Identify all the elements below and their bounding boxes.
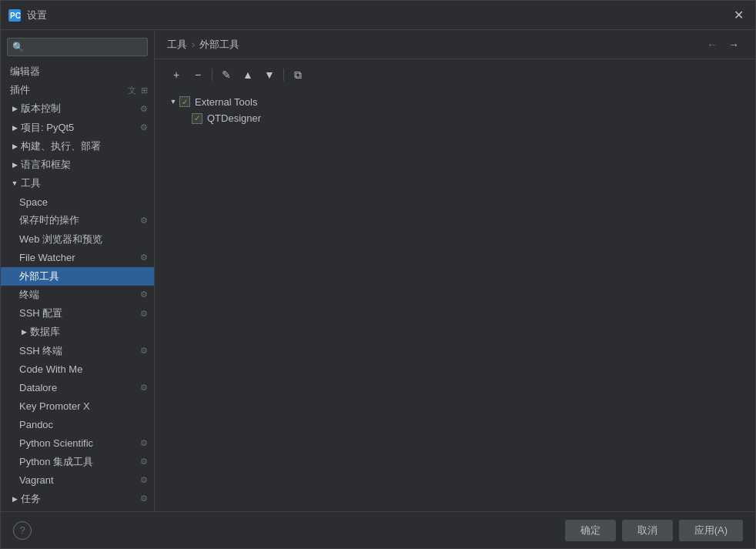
sidebar-label-terminal: 终端 xyxy=(19,288,137,302)
sidebar-item-build[interactable]: ▶ 构建、执行、部署 xyxy=(1,137,154,156)
toolbar-separator-2 xyxy=(283,69,284,81)
sidebar-item-ssh-config[interactable]: SSH 配置 ⚙ xyxy=(1,304,154,323)
sidebar-label-vagrant: Vagrant xyxy=(19,474,137,486)
tree-item-external-tools-group[interactable]: ▼ ✓ External Tools xyxy=(167,93,743,110)
search-input[interactable] xyxy=(7,38,148,56)
vagrant-gear-icon: ⚙ xyxy=(140,475,148,485)
help-button[interactable]: ? xyxy=(13,521,32,540)
sidebar-label-datalore: Datalore xyxy=(19,382,137,393)
sidebar-item-web-browser[interactable]: Web 浏览器和预览 xyxy=(1,230,154,249)
tree-chevron-expand: ▼ xyxy=(167,95,179,108)
sidebar-label-web-browser: Web 浏览器和预览 xyxy=(19,233,148,246)
sidebar-label-vcs: 版本控制 xyxy=(21,102,137,115)
main-content: 工具 › 外部工具 ← → + − ✎ ▲ ▼ ⧉ xyxy=(155,30,755,511)
terminal-gear-icon: ⚙ xyxy=(140,290,148,300)
breadcrumb-bar: 工具 › 外部工具 ← → xyxy=(155,30,755,59)
sidebar-item-vcs[interactable]: ▶ 版本控制 ⚙ xyxy=(1,99,154,118)
sidebar-label-external-tools: 外部工具 xyxy=(19,269,148,283)
toolbar-separator xyxy=(212,69,212,81)
copy-button[interactable]: ⧉ xyxy=(289,65,307,84)
sidebar-label-project: 项目: PyQt5 xyxy=(21,121,137,135)
ssh-config-gear-icon: ⚙ xyxy=(140,309,148,319)
add-button[interactable]: + xyxy=(167,65,186,84)
sidebar-item-save-actions[interactable]: 保存时的操作 ⚙ xyxy=(1,211,154,229)
sidebar-item-plugins[interactable]: 插件 文 ⊞ xyxy=(1,81,154,99)
sidebar-item-terminal[interactable]: 终端 ⚙ xyxy=(1,286,154,304)
sidebar-item-key-promoter-x[interactable]: Key Promoter X xyxy=(1,397,154,416)
sidebar-label-code-with-me: Code With Me xyxy=(19,363,148,375)
tasks-gear-icon: ⚙ xyxy=(140,494,148,504)
edit-button[interactable]: ✎ xyxy=(217,65,236,84)
dialog-title: 设置 xyxy=(27,8,729,22)
sidebar-label-key-promoter-x: Key Promoter X xyxy=(19,400,148,412)
sidebar-item-editor[interactable]: 编辑器 xyxy=(1,62,154,81)
remove-button[interactable]: − xyxy=(189,65,207,84)
sidebar-label-file-watcher: File Watcher xyxy=(19,252,137,263)
sidebar-label-python-scientific: Python Scientific xyxy=(19,437,137,449)
forward-button[interactable]: → xyxy=(724,35,743,54)
sidebar-item-project[interactable]: ▶ 项目: PyQt5 ⚙ xyxy=(1,119,154,137)
tree-checkbox-external-tools[interactable]: ✓ xyxy=(179,96,190,107)
sidebar-item-file-watcher[interactable]: File Watcher ⚙ xyxy=(1,249,154,267)
sidebar-label-build: 构建、执行、部署 xyxy=(21,139,148,153)
breadcrumb-nav: ← → xyxy=(703,35,743,54)
translate-icon: 文 xyxy=(128,85,136,96)
sidebar-item-tools[interactable]: ▼ 工具 xyxy=(1,174,154,192)
breadcrumb-current: 外部工具 xyxy=(199,38,239,52)
search-icon: 🔍 xyxy=(12,42,24,52)
tree-checkbox-qtdesigner[interactable]: ✓ xyxy=(192,113,202,124)
sidebar-item-lang[interactable]: ▶ 语言和框架 xyxy=(1,156,154,174)
cancel-button[interactable]: 取消 xyxy=(622,520,673,541)
python-tools-gear-icon: ⚙ xyxy=(140,457,148,467)
sidebar-item-vagrant[interactable]: Vagrant ⚙ xyxy=(1,471,154,490)
sidebar-item-database[interactable]: ▶ 数据库 xyxy=(1,323,154,341)
search-box: 🔍 xyxy=(7,38,148,56)
ssh-terminal-gear-icon: ⚙ xyxy=(140,346,148,356)
breadcrumb-root: 工具 xyxy=(167,38,187,52)
filewatcher-gear-icon: ⚙ xyxy=(140,253,148,263)
sidebar-label-plugins: 插件 xyxy=(10,83,126,97)
plugin-gear-icon: ⊞ xyxy=(141,85,148,95)
sidebar-label-pandoc: Pandoc xyxy=(19,419,148,430)
tree-area: ▼ ✓ External Tools ✓ QTDesigner xyxy=(155,90,755,511)
sidebar-item-external-tools[interactable]: 外部工具 xyxy=(1,267,154,286)
sidebar-label-ssh-config: SSH 配置 xyxy=(19,306,137,320)
tree-label-qtdesigner: QTDesigner xyxy=(207,112,261,124)
ok-button[interactable]: 确定 xyxy=(565,520,616,541)
sidebar-item-space[interactable]: Space xyxy=(1,192,154,211)
sidebar: 🔍 编辑器 插件 文 ⊞ ▶ 版本控制 ⚙ ▶ 项目: PyQt5 xyxy=(1,30,155,511)
sidebar-item-code-with-me[interactable]: Code With Me xyxy=(1,360,154,379)
tree-item-qtdesigner[interactable]: ✓ QTDesigner xyxy=(167,110,743,126)
sidebar-item-ssh-terminal[interactable]: SSH 终端 ⚙ xyxy=(1,341,154,360)
save-gear-icon: ⚙ xyxy=(140,216,148,226)
svg-text:PC: PC xyxy=(10,12,21,20)
sidebar-item-tasks[interactable]: ▶ 任务 ⚙ xyxy=(1,490,154,508)
tree-label-external-tools: External Tools xyxy=(195,96,257,108)
sidebar-label-ssh-terminal: SSH 终端 xyxy=(19,344,137,358)
datalore-gear-icon: ⚙ xyxy=(140,383,148,393)
sidebar-label-space: Space xyxy=(19,196,148,208)
python-sci-gear-icon: ⚙ xyxy=(140,438,148,448)
sidebar-label-tasks: 任务 xyxy=(21,492,137,506)
sidebar-item-pandoc[interactable]: Pandoc xyxy=(1,416,154,434)
project-chevron-icon: ▶ xyxy=(10,123,19,132)
sidebar-item-datalore[interactable]: Datalore ⚙ xyxy=(1,379,154,397)
build-chevron-icon: ▶ xyxy=(10,142,19,151)
up-button[interactable]: ▲ xyxy=(239,65,257,84)
back-button[interactable]: ← xyxy=(703,35,721,54)
vcs-gear-icon: ⚙ xyxy=(140,104,148,114)
footer-buttons: 确定 取消 应用(A) xyxy=(565,520,743,541)
sidebar-item-python-tools[interactable]: Python 集成工具 ⚙ xyxy=(1,453,154,471)
title-bar: PC 设置 ✕ xyxy=(1,1,755,30)
down-button[interactable]: ▼ xyxy=(260,65,279,84)
close-button[interactable]: ✕ xyxy=(729,6,748,25)
sidebar-label-python-tools: Python 集成工具 xyxy=(19,455,137,469)
app-icon: PC xyxy=(8,9,21,22)
dialog-body: 🔍 编辑器 插件 文 ⊞ ▶ 版本控制 ⚙ ▶ 项目: PyQt5 xyxy=(1,30,755,511)
lang-chevron-icon: ▶ xyxy=(10,160,19,169)
sidebar-label-save-actions: 保存时的操作 xyxy=(19,213,137,227)
footer: ? 确定 取消 应用(A) xyxy=(1,511,755,548)
sidebar-label-database: 数据库 xyxy=(30,325,148,339)
apply-button[interactable]: 应用(A) xyxy=(679,520,743,541)
sidebar-item-python-scientific[interactable]: Python Scientific ⚙ xyxy=(1,434,154,453)
